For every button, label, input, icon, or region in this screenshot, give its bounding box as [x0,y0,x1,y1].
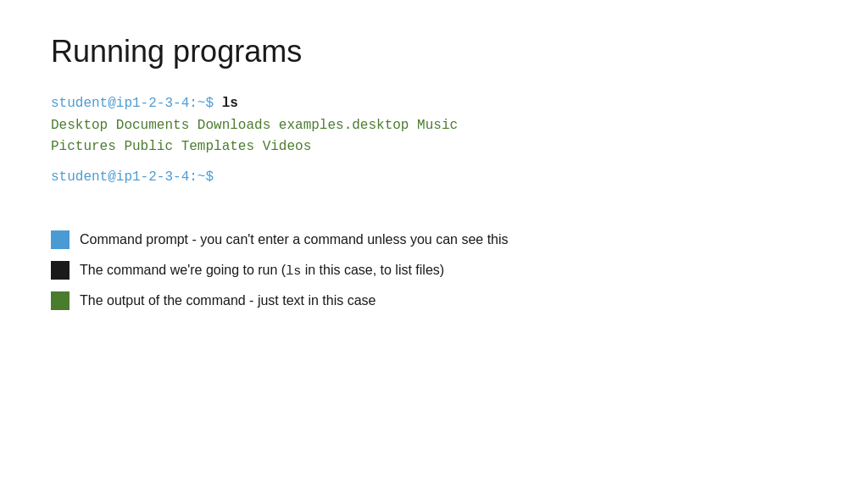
legend-color-blue [51,230,70,249]
output-line-1: Desktop Documents Downloads examples.des… [51,115,817,137]
legend-text-blue: Command prompt - you can't enter a comma… [80,232,509,247]
page-title: Running programs [51,34,817,69]
command-ls: ls [222,96,238,111]
legend-color-black [51,261,70,280]
prompt-2: student@ip1-2-3-4:~$ [51,169,214,185]
prompt-1: student@ip1-2-3-4:~$ [51,96,214,111]
legend-item-blue: Command prompt - you can't enter a comma… [51,230,817,249]
legend-color-green [51,291,70,310]
terminal-block: student@ip1-2-3-4:~$ ls Desktop Document… [51,93,817,158]
legend-code-ls: ls [286,264,301,279]
legend-text-green: The output of the command - just text in… [80,293,376,308]
legend-section: Command prompt - you can't enter a comma… [51,230,817,310]
legend-item-black: The command we're going to run (ls in th… [51,261,817,280]
terminal-prompt-2-block: student@ip1-2-3-4:~$ [51,167,817,189]
output-line-2: Pictures Public Templates Videos [51,136,817,158]
legend-text-black: The command we're going to run (ls in th… [80,263,444,279]
legend-item-green: The output of the command - just text in… [51,291,817,310]
terminal-line-1: student@ip1-2-3-4:~$ ls [51,93,817,115]
terminal-line-2: student@ip1-2-3-4:~$ [51,167,817,189]
